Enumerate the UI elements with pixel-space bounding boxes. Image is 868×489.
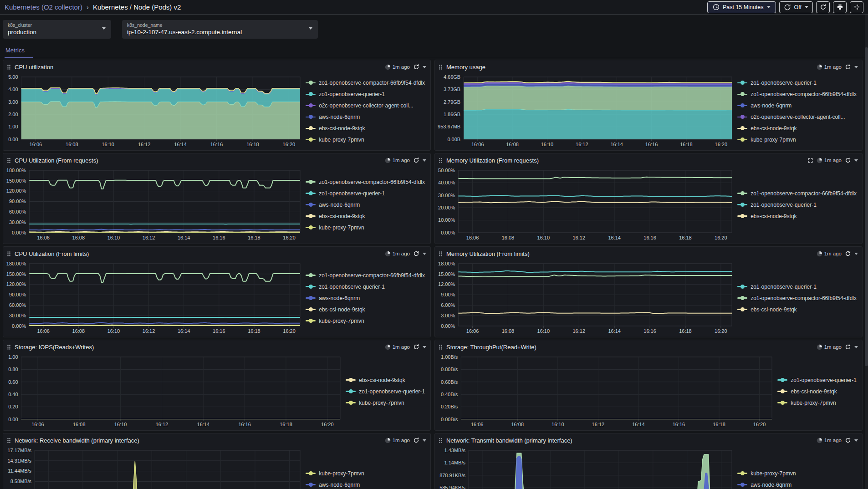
svg-text:16:18: 16:18 bbox=[248, 328, 260, 334]
drag-handle-icon[interactable] bbox=[7, 344, 11, 350]
last-refreshed-text: 1m ago bbox=[393, 344, 410, 350]
panel-menu-caret-icon[interactable] bbox=[423, 66, 426, 68]
auto-refresh-button[interactable]: Off bbox=[779, 1, 813, 13]
drag-handle-icon[interactable] bbox=[7, 64, 11, 70]
legend-item[interactable]: zo1-openobserve-compactor-66fb9f54-dfdlx bbox=[306, 179, 425, 185]
refresh-button[interactable] bbox=[816, 1, 830, 13]
chart-legend: zo1-openobserve-querier-1ebs-csi-node-9s… bbox=[776, 354, 861, 429]
legend-item[interactable]: zo1-openobserve-querier-1 bbox=[346, 388, 425, 395]
tab-metrics[interactable]: Metrics bbox=[5, 46, 33, 58]
panel-menu-caret-icon[interactable] bbox=[854, 159, 858, 162]
legend-item[interactable]: aws-node-6qnrm bbox=[306, 295, 425, 301]
panel-menu-caret-icon[interactable] bbox=[423, 439, 426, 442]
drag-handle-icon[interactable] bbox=[439, 438, 443, 443]
legend-item[interactable]: kube-proxy-7pmvn bbox=[737, 470, 857, 477]
legend-item[interactable]: ebs-csi-node-9stqk bbox=[306, 213, 425, 219]
drag-handle-icon[interactable] bbox=[7, 251, 11, 257]
panel-menu-caret-icon[interactable] bbox=[423, 253, 426, 255]
panel-refresh-icon[interactable] bbox=[413, 250, 419, 257]
panel-refresh-icon[interactable] bbox=[413, 437, 419, 443]
chart-plot[interactable]: 180.00%150.00%120.00%90.00%60.00%30.00%0… bbox=[5, 167, 304, 242]
legend-item[interactable]: zo1-openobserve-compactor-66fb9f54-dfdlx bbox=[737, 91, 857, 97]
legend-item[interactable]: kube-proxy-7pmvn bbox=[737, 137, 857, 143]
legend-item[interactable]: kube-proxy-7pmvn bbox=[306, 470, 425, 477]
legend-item[interactable]: aws-node-6qnrm bbox=[306, 202, 425, 208]
legend-item[interactable]: o2c-openobserve-collector-agent-coll... bbox=[737, 114, 857, 120]
panel-refresh-icon[interactable] bbox=[845, 437, 851, 443]
chart-plot[interactable]: 1.000.800.600.400.200.0016:0616:0816:101… bbox=[5, 354, 344, 429]
legend-item[interactable]: zo1-openobserve-compactor-66fb9f54-dfdlx bbox=[306, 80, 425, 86]
drag-handle-icon[interactable] bbox=[439, 64, 443, 70]
legend-item[interactable]: aws-node-6qnrm bbox=[737, 102, 857, 109]
panel-menu-caret-icon[interactable] bbox=[854, 346, 858, 348]
panel-menu-caret-icon[interactable] bbox=[854, 253, 858, 255]
legend-marker bbox=[306, 227, 316, 228]
legend-item[interactable]: aws-node-6qnrm bbox=[306, 114, 425, 120]
scrollbar[interactable] bbox=[865, 15, 868, 489]
legend-item[interactable]: ebs-csi-node-9stqk bbox=[346, 377, 425, 383]
legend-item[interactable]: ebs-csi-node-9stqk bbox=[777, 388, 857, 395]
panel-refresh-icon[interactable] bbox=[845, 250, 851, 257]
chart-plot[interactable]: 180.00%150.00%120.00%90.00%60.00%30.00%0… bbox=[5, 260, 304, 336]
scrollbar-thumb[interactable] bbox=[865, 47, 868, 366]
legend-item[interactable]: aws-node-6qnrm bbox=[737, 482, 857, 488]
legend-item[interactable]: ebs-csi-node-9stqk bbox=[306, 306, 425, 313]
chart-plot[interactable]: 1.43MB/s1.14MB/s878.91KB/s585.94KB/s292.… bbox=[437, 447, 735, 489]
legend-item[interactable]: aws-node-6qnrm bbox=[306, 482, 425, 488]
legend-item[interactable]: kube-proxy-7pmvn bbox=[306, 137, 425, 143]
panel-refresh-icon[interactable] bbox=[845, 344, 851, 350]
legend-item[interactable]: zo1-openobserve-compactor-66fb9f54-dfdlx bbox=[737, 295, 857, 301]
expand-icon[interactable] bbox=[807, 158, 813, 163]
panel-menu-caret-icon[interactable] bbox=[423, 159, 426, 162]
legend-item[interactable]: o2c-openobserve-collector-agent-coll... bbox=[306, 102, 425, 109]
panel-menu-caret-icon[interactable] bbox=[423, 346, 426, 348]
legend-label: kube-proxy-7pmvn bbox=[319, 137, 364, 143]
svg-text:16:06: 16:06 bbox=[466, 235, 479, 240]
panel-refresh-icon[interactable] bbox=[413, 344, 419, 350]
panel-refresh-icon[interactable] bbox=[413, 64, 419, 70]
legend-item[interactable]: kube-proxy-7pmvn bbox=[346, 400, 425, 406]
time-range-button[interactable]: Past 15 Minutes bbox=[707, 1, 776, 13]
drag-handle-icon[interactable] bbox=[439, 158, 443, 163]
legend-item[interactable]: kube-proxy-7pmvn bbox=[306, 318, 425, 324]
svg-text:16:10: 16:10 bbox=[114, 422, 127, 427]
legend-item[interactable]: zo1-openobserve-compactor-66fb9f54-dfdlx bbox=[306, 272, 425, 279]
drag-handle-icon[interactable] bbox=[7, 158, 11, 163]
panel-refresh-icon[interactable] bbox=[845, 64, 851, 70]
print-button[interactable] bbox=[833, 1, 847, 13]
legend-item[interactable]: zo1-openobserve-querier-1 bbox=[737, 284, 857, 290]
breadcrumb-parent-link[interactable]: Kubernetes (O2 collector) bbox=[5, 3, 82, 11]
variable-select-k8s-cluster[interactable]: k8s_cluster production bbox=[3, 20, 111, 39]
chart-plot[interactable]: 1.00B/s0.80B/s0.60B/s0.40B/s0.20B/s0.00B… bbox=[437, 354, 776, 429]
legend-item[interactable]: zo1-openobserve-querier-1 bbox=[737, 202, 857, 208]
chart-plot[interactable]: 4.66GB3.73GB2.79GB1.86GB953.67MB0.00B16:… bbox=[437, 74, 735, 149]
chevron-down-icon bbox=[767, 6, 771, 8]
legend-item[interactable]: zo1-openobserve-querier-1 bbox=[306, 284, 425, 290]
legend-item[interactable]: ebs-csi-node-9stqk bbox=[737, 213, 857, 219]
panel-body: 180.00%150.00%120.00%90.00%60.00%30.00%0… bbox=[3, 167, 430, 244]
chart-plot[interactable]: 18.00%15.00%12.00%9.00%6.00%3.00%0.00%16… bbox=[437, 260, 735, 336]
legend-item[interactable]: ebs-csi-node-9stqk bbox=[737, 125, 857, 132]
legend-item[interactable]: zo1-openobserve-querier-1 bbox=[306, 190, 425, 197]
legend-item[interactable]: zo1-openobserve-compactor-66fb9f54-dfdlx bbox=[737, 190, 857, 197]
drag-handle-icon[interactable] bbox=[7, 438, 11, 443]
chart-plot[interactable]: 5.004.003.002.001.000.0016:0616:0816:101… bbox=[5, 74, 304, 149]
panel-refresh-icon[interactable] bbox=[845, 157, 851, 163]
variable-select-k8s-node-name[interactable]: k8s_node_name ip-10-2-107-47.us-east-2.c… bbox=[122, 20, 318, 39]
fullscreen-button[interactable] bbox=[850, 1, 863, 13]
legend-item[interactable]: ebs-csi-node-9stqk bbox=[306, 125, 425, 132]
legend-item[interactable]: zo1-openobserve-querier-1 bbox=[737, 80, 857, 86]
drag-handle-icon[interactable] bbox=[439, 344, 443, 350]
legend-item[interactable]: zo1-openobserve-querier-1 bbox=[777, 377, 857, 383]
legend-item[interactable]: kube-proxy-7pmvn bbox=[306, 224, 425, 231]
legend-item[interactable]: zo1-openobserve-querier-1 bbox=[306, 91, 425, 97]
panel-menu-caret-icon[interactable] bbox=[854, 439, 858, 442]
elapsed-clock-icon bbox=[385, 438, 391, 443]
legend-item[interactable]: ebs-csi-node-9stqk bbox=[737, 306, 857, 313]
chart-plot[interactable]: 17.17MB/s14.31MB/s11.44MB/s8.58MB/s5.72M… bbox=[5, 447, 304, 489]
panel-menu-caret-icon[interactable] bbox=[854, 66, 858, 68]
legend-item[interactable]: kube-proxy-7pmvn bbox=[777, 400, 857, 406]
drag-handle-icon[interactable] bbox=[439, 251, 443, 257]
chart-plot[interactable]: 50.00%40.00%30.00%20.00%10.00%0.00%16:06… bbox=[437, 167, 735, 242]
panel-refresh-icon[interactable] bbox=[413, 157, 419, 163]
